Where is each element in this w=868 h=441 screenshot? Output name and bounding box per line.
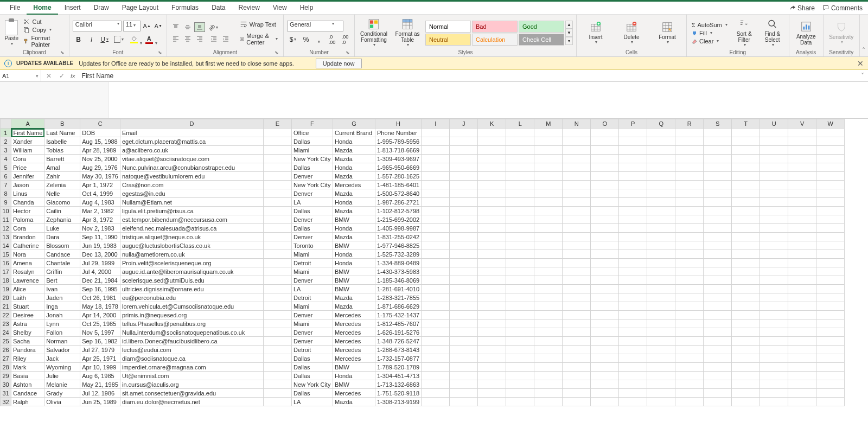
cell[interactable]	[732, 241, 760, 250]
cell[interactable]	[534, 233, 563, 241]
cell[interactable]	[788, 163, 816, 172]
update-now-button[interactable]: Update now	[316, 59, 362, 68]
cell[interactable]	[450, 346, 478, 354]
align-center-button[interactable]	[182, 34, 193, 43]
cell[interactable]	[647, 302, 675, 311]
cell[interactable]	[788, 293, 816, 302]
cell[interactable]	[263, 302, 291, 311]
tab-home[interactable]: Home	[27, 2, 58, 15]
cell[interactable]	[647, 363, 675, 372]
cell[interactable]: imperdiet.ornare@magnaa.com	[120, 363, 263, 372]
cell[interactable]: Mercedes	[333, 181, 375, 189]
col-header-A[interactable]: A	[11, 119, 44, 129]
cell[interactable]: Jennifer	[11, 172, 44, 181]
cell[interactable]: in.cursus@iaculis.org	[120, 380, 263, 389]
cell[interactable]	[450, 302, 478, 311]
cell[interactable]	[506, 163, 534, 172]
cell[interactable]	[732, 319, 760, 328]
increase-font-button[interactable]: A▲	[142, 21, 152, 31]
cell[interactable]	[704, 163, 732, 172]
cell[interactable]	[534, 163, 563, 172]
cell[interactable]	[619, 259, 647, 267]
col-header-I[interactable]: I	[422, 119, 450, 129]
cell[interactable]: Zephania	[44, 215, 80, 224]
cell[interactable]: New York City	[291, 181, 333, 189]
cell[interactable]: Griffin	[44, 267, 80, 276]
style-normal[interactable]: Normal	[425, 21, 471, 33]
cell[interactable]	[760, 189, 788, 198]
cell[interactable]	[647, 293, 675, 302]
cell[interactable]	[732, 328, 760, 337]
cell[interactable]	[263, 241, 291, 250]
cell[interactable]: Jonah	[44, 311, 80, 319]
cell[interactable]: Proin.velit@scelerisqueneque.org	[120, 259, 263, 267]
cell[interactable]	[816, 241, 845, 250]
cell[interactable]	[816, 380, 845, 389]
cell[interactable]	[534, 319, 563, 328]
style-neutral[interactable]: Neutral	[425, 34, 471, 46]
cell[interactable]	[450, 285, 478, 293]
cell[interactable]	[675, 380, 704, 389]
cell[interactable]: Apr 1, 1972	[80, 181, 120, 189]
cell[interactable]	[450, 276, 478, 285]
cell[interactable]	[450, 155, 478, 163]
col-header-H[interactable]: H	[375, 119, 421, 129]
cell[interactable]: a@aclibero.co.uk	[120, 146, 263, 155]
cell[interactable]	[816, 267, 845, 276]
cell[interactable]: Mercedes	[333, 389, 375, 398]
cell[interactable]	[675, 189, 704, 198]
cell[interactable]: Dallas	[291, 207, 333, 215]
cell[interactable]	[450, 163, 478, 172]
cell[interactable]	[450, 372, 478, 380]
cell[interactable]	[591, 137, 619, 146]
cell[interactable]	[788, 346, 816, 354]
cell[interactable]: 1-430-373-5983	[375, 267, 421, 276]
row-header[interactable]: 30	[1, 380, 11, 389]
cell[interactable]	[263, 215, 291, 224]
cell[interactable]	[478, 241, 506, 250]
row-header[interactable]: 23	[1, 319, 11, 328]
cell[interactable]: Candace	[44, 250, 80, 259]
cell[interactable]	[704, 129, 732, 137]
cell[interactable]: Desiree	[11, 311, 44, 319]
cell[interactable]	[591, 250, 619, 259]
cell[interactable]: Dallas	[291, 163, 333, 172]
cell[interactable]: Miami	[291, 146, 333, 155]
cell[interactable]: Catherine	[11, 241, 44, 250]
cell[interactable]: 1-185-346-8069	[375, 276, 421, 285]
row-header[interactable]: 24	[1, 328, 11, 337]
cell[interactable]	[563, 398, 591, 406]
comma-button[interactable]: ,	[313, 34, 325, 46]
cell[interactable]: Riley	[11, 354, 44, 363]
cell[interactable]	[422, 389, 450, 398]
cell[interactable]	[506, 389, 534, 398]
cell[interactable]	[760, 328, 788, 337]
cell[interactable]: Melanie	[44, 380, 80, 389]
cell[interactable]: Mazda	[333, 398, 375, 406]
cell[interactable]: May 21, 1985	[80, 380, 120, 389]
cell[interactable]	[760, 293, 788, 302]
cell[interactable]: Apr 3, 1972	[80, 215, 120, 224]
cell[interactable]: Luke	[44, 224, 80, 233]
align-left-button[interactable]	[170, 34, 181, 43]
cell[interactable]: Pandora	[11, 346, 44, 354]
cell[interactable]	[506, 337, 534, 346]
cell[interactable]	[263, 328, 291, 337]
cell[interactable]: Apr 10, 1999	[80, 363, 120, 372]
cell[interactable]	[478, 328, 506, 337]
cell[interactable]	[816, 163, 845, 172]
cell[interactable]	[619, 380, 647, 389]
cell[interactable]	[506, 241, 534, 250]
cell[interactable]	[647, 155, 675, 163]
increase-decimal-button[interactable]: .0.00	[326, 34, 338, 46]
cell[interactable]: 1-283-321-7855	[375, 293, 421, 302]
cell[interactable]	[506, 129, 534, 137]
cell[interactable]	[816, 398, 845, 406]
cell[interactable]: est.tempor.bibendum@neccursusa.com	[120, 215, 263, 224]
cell[interactable]: Sep 16, 1995	[80, 285, 120, 293]
cell[interactable]	[478, 163, 506, 172]
cell[interactable]: Dallas	[291, 363, 333, 372]
cell[interactable]: Miami	[291, 250, 333, 259]
row-header[interactable]: 9	[1, 198, 11, 207]
cell[interactable]	[732, 146, 760, 155]
